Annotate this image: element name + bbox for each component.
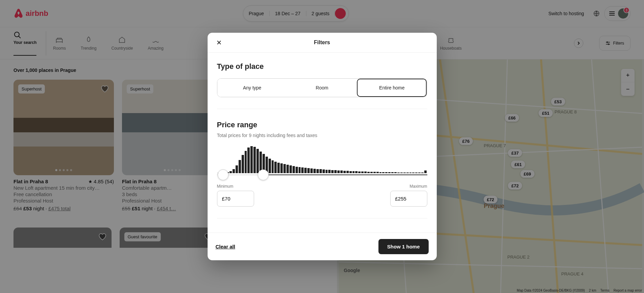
price-slider-fill	[263, 175, 427, 175]
section-divider	[217, 218, 427, 218]
price-subtitle: Total prices for 9 nights including fees…	[217, 133, 427, 138]
modal-title: Filters	[314, 39, 330, 45]
section-divider	[217, 109, 427, 109]
modal-header: Filters	[208, 33, 437, 53]
min-label: Minimum	[217, 184, 254, 189]
modal-body: Type of place Any type Room Entire home …	[208, 53, 437, 233]
modal-scrim[interactable]: Filters Type of place Any type Room Enti…	[0, 0, 644, 293]
segment-room[interactable]: Room	[287, 79, 357, 97]
section-type-title: Type of place	[217, 62, 427, 71]
close-button[interactable]	[214, 38, 224, 47]
max-input[interactable]	[390, 191, 427, 207]
price-slider-track[interactable]	[217, 175, 427, 175]
section-price-title: Price range	[217, 121, 427, 129]
segment-any-type[interactable]: Any type	[217, 79, 287, 97]
min-input[interactable]	[217, 191, 254, 207]
filters-modal: Filters Type of place Any type Room Enti…	[208, 33, 437, 260]
price-slider-max-handle[interactable]	[258, 169, 269, 180]
show-homes-button[interactable]: Show 1 home	[378, 239, 429, 254]
clear-all-button[interactable]: Clear all	[216, 244, 235, 249]
price-slider-min-handle[interactable]	[218, 169, 228, 180]
price-inputs: Minimum Maximum	[217, 184, 427, 207]
place-type-segmented: Any type Room Entire home	[217, 78, 427, 97]
segment-entire-home[interactable]: Entire home	[357, 79, 427, 97]
close-icon	[217, 40, 221, 45]
max-label: Maximum	[409, 184, 427, 189]
price-histogram	[217, 146, 427, 173]
modal-footer: Clear all Show 1 home	[208, 233, 437, 260]
